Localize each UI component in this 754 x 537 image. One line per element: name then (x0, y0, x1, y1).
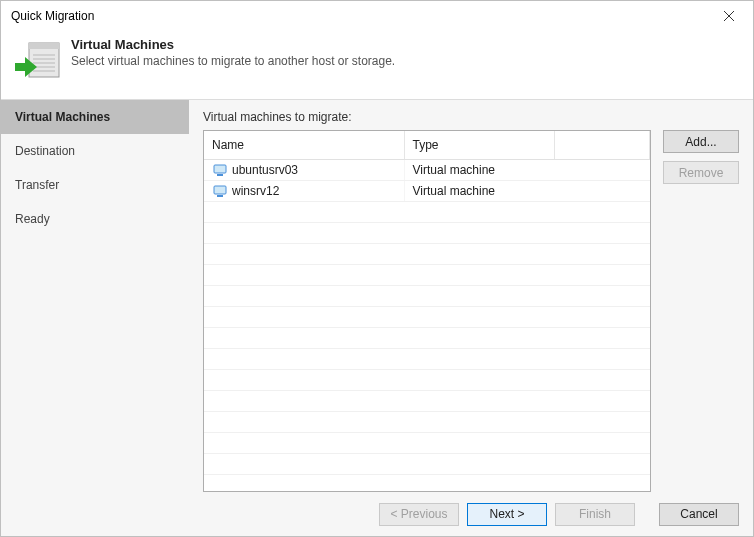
migration-icon (15, 39, 61, 85)
window-title: Quick Migration (11, 9, 94, 23)
main-row: Name Type (203, 130, 739, 492)
svg-rect-3 (29, 43, 59, 49)
wizard-body: Virtual Machines Destination Transfer Re… (1, 99, 753, 492)
wizard-main: Virtual machines to migrate: Name (189, 100, 753, 492)
close-icon (724, 11, 734, 21)
svg-rect-11 (217, 174, 223, 176)
vm-list-label: Virtual machines to migrate: (203, 110, 739, 124)
table-empty-area (204, 202, 650, 491)
main-inner: Virtual machines to migrate: Name (203, 110, 739, 492)
vm-name: ubuntusrv03 (232, 163, 298, 177)
table-header-row: Name Type (204, 131, 650, 160)
header-subtitle: Select virtual machines to migrate to an… (71, 54, 395, 68)
svg-rect-10 (214, 165, 226, 173)
step-transfer[interactable]: Transfer (1, 168, 189, 202)
step-destination[interactable]: Destination (1, 134, 189, 168)
wizard-sidebar: Virtual Machines Destination Transfer Re… (1, 100, 189, 492)
quick-migration-window: Quick Migration Virtual Machines Select … (0, 0, 754, 537)
add-button[interactable]: Add... (663, 130, 739, 153)
vm-icon (212, 183, 228, 199)
vm-table: Name Type (203, 130, 651, 492)
col-type[interactable]: Type (404, 131, 554, 160)
cancel-button[interactable]: Cancel (659, 503, 739, 526)
col-name[interactable]: Name (204, 131, 404, 160)
svg-rect-13 (217, 195, 223, 197)
svg-rect-12 (214, 186, 226, 194)
vm-name: winsrv12 (232, 184, 279, 198)
table-row[interactable]: winsrv12 Virtual machine (204, 181, 650, 202)
vm-type: Virtual machine (404, 160, 554, 181)
side-buttons: Add... Remove (663, 130, 739, 492)
table-row[interactable]: ubuntusrv03 Virtual machine (204, 160, 650, 181)
previous-button: < Previous (379, 503, 459, 526)
next-button[interactable]: Next > (467, 503, 547, 526)
wizard-header: Virtual Machines Select virtual machines… (1, 31, 753, 99)
titlebar: Quick Migration (1, 1, 753, 31)
finish-button: Finish (555, 503, 635, 526)
col-spare[interactable] (554, 131, 650, 160)
step-virtual-machines[interactable]: Virtual Machines (1, 100, 189, 134)
vm-type: Virtual machine (404, 181, 554, 202)
header-title: Virtual Machines (71, 37, 395, 52)
close-button[interactable] (709, 2, 749, 30)
vm-icon (212, 162, 228, 178)
header-text: Virtual Machines Select virtual machines… (71, 37, 395, 68)
remove-button: Remove (663, 161, 739, 184)
step-ready[interactable]: Ready (1, 202, 189, 236)
wizard-footer: < Previous Next > Finish Cancel (1, 492, 753, 536)
